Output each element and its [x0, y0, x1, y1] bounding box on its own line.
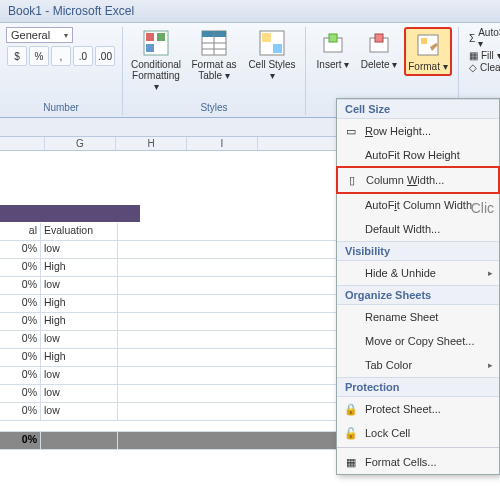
menu-default-width[interactable]: Default Width...: [337, 217, 499, 241]
chevron-down-icon: ▾: [64, 31, 68, 40]
percent-button[interactable]: %: [29, 46, 49, 66]
clear-button[interactable]: ◇Clear ▾: [469, 62, 500, 73]
cell[interactable]: 0%: [0, 295, 41, 312]
svg-rect-17: [421, 38, 427, 44]
annotation-text: Clic: [471, 200, 494, 216]
group-label-styles: Styles: [129, 100, 299, 115]
decrease-decimal-button[interactable]: .00: [95, 46, 115, 66]
number-format-combo[interactable]: General ▾: [6, 27, 73, 43]
menu-rename-sheet[interactable]: Rename Sheet: [337, 305, 499, 329]
title-bar: Book1 - Microsoft Excel: [0, 0, 500, 23]
menu-tab-color[interactable]: Tab Color▸: [337, 353, 499, 377]
menu-section: Visibility: [337, 241, 499, 261]
cell-styles-icon: [258, 29, 286, 57]
col-header[interactable]: H: [116, 137, 187, 150]
cell[interactable]: 0%: [0, 349, 41, 366]
svg-rect-2: [157, 33, 165, 41]
menu-protect-sheet[interactable]: 🔒Protect Sheet...: [337, 397, 499, 421]
menu-lock-cell[interactable]: 🔓Lock Cell: [337, 421, 499, 445]
cell[interactable]: low: [41, 277, 118, 294]
col-header[interactable]: G: [45, 137, 116, 150]
col-header[interactable]: I: [187, 137, 258, 150]
cell[interactable]: Evaluation: [41, 223, 118, 240]
cell[interactable]: low: [41, 241, 118, 258]
cell[interactable]: 0%: [0, 385, 41, 402]
menu-move-copy[interactable]: Move or Copy Sheet...: [337, 329, 499, 353]
cell[interactable]: High: [41, 259, 118, 276]
comma-button[interactable]: ,: [51, 46, 71, 66]
svg-rect-11: [273, 44, 282, 53]
menu-row-height[interactable]: ▭Row Row Height...Height...: [337, 119, 499, 143]
cell[interactable]: 0%: [0, 403, 41, 420]
svg-rect-3: [146, 44, 154, 52]
chevron-right-icon: ▸: [488, 360, 493, 370]
conditional-formatting-icon: [142, 29, 170, 57]
svg-rect-10: [262, 33, 271, 42]
column-width-icon: ▯: [344, 172, 360, 188]
cell[interactable]: al: [0, 223, 41, 240]
cell[interactable]: 0%: [0, 432, 41, 449]
cell[interactable]: High: [41, 295, 118, 312]
format-as-table-button[interactable]: Format as Table ▾: [187, 27, 241, 83]
cell[interactable]: 0%: [0, 241, 41, 258]
fill-button[interactable]: ▦Fill ▾: [469, 50, 500, 61]
cell[interactable]: 0%: [0, 277, 41, 294]
cell[interactable]: low: [41, 385, 118, 402]
cell[interactable]: 0%: [0, 313, 41, 330]
cell[interactable]: 0%: [0, 331, 41, 348]
table-icon: [200, 29, 228, 57]
conditional-formatting-button[interactable]: Conditional Formatting ▾: [129, 27, 183, 94]
cell[interactable]: 0%: [0, 259, 41, 276]
number-format-value: General: [11, 29, 50, 41]
format-button[interactable]: Format ▾: [404, 27, 452, 76]
cell[interactable]: 0%: [0, 367, 41, 384]
menu-section: Protection: [337, 377, 499, 397]
menu-section: Cell Size: [337, 99, 499, 119]
highlighted-row: [0, 205, 140, 222]
cell[interactable]: [41, 432, 118, 449]
menu-format-cells[interactable]: ▦Format Cells...: [337, 450, 499, 474]
currency-button[interactable]: $: [7, 46, 27, 66]
cell[interactable]: low: [41, 367, 118, 384]
row-height-icon: ▭: [343, 123, 359, 139]
menu-column-width[interactable]: ▯Column Width...: [336, 166, 500, 194]
svg-rect-13: [329, 34, 337, 42]
format-icon: [414, 31, 442, 59]
format-dropdown-menu: Cell Size ▭Row Row Height...Height... Au…: [336, 98, 500, 475]
eraser-icon: ◇: [469, 62, 477, 73]
svg-rect-15: [375, 34, 383, 42]
cell-styles-button[interactable]: Cell Styles ▾: [245, 27, 299, 83]
autosum-button[interactable]: ΣAutoSum ▾: [469, 27, 500, 49]
group-styles: Conditional Formatting ▾ Format as Table…: [123, 27, 306, 115]
group-number: General ▾ $ % , .0 .00 Number: [0, 27, 123, 115]
cell[interactable]: High: [41, 349, 118, 366]
lock-icon: 🔒: [343, 401, 359, 417]
delete-cells-icon: [365, 29, 393, 57]
cell[interactable]: High: [41, 313, 118, 330]
insert-cells-icon: [319, 29, 347, 57]
sigma-icon: Σ: [469, 33, 475, 44]
cell[interactable]: low: [41, 403, 118, 420]
group-label-number: Number: [6, 100, 116, 115]
fill-icon: ▦: [469, 50, 478, 61]
lock-cell-icon: 🔓: [343, 425, 359, 441]
menu-autofit-row[interactable]: AutoFit Row Height: [337, 143, 499, 167]
cell[interactable]: low: [41, 331, 118, 348]
menu-section: Organize Sheets: [337, 285, 499, 305]
menu-hide-unhide[interactable]: Hide & Unhide▸: [337, 261, 499, 285]
format-cells-icon: ▦: [343, 454, 359, 470]
insert-button[interactable]: Insert ▾: [312, 27, 354, 72]
increase-decimal-button[interactable]: .0: [73, 46, 93, 66]
delete-button[interactable]: Delete ▾: [358, 27, 400, 72]
svg-rect-1: [146, 33, 154, 41]
chevron-right-icon: ▸: [488, 268, 493, 278]
